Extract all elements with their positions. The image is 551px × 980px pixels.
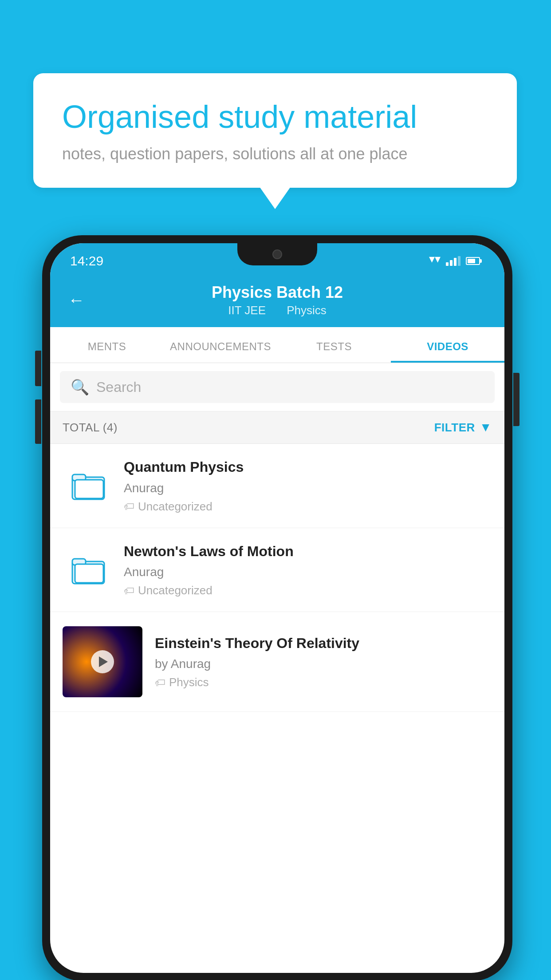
video-info: Newton's Laws of Motion Anurag 🏷 Uncateg… xyxy=(124,542,492,598)
folder-icon xyxy=(71,554,107,585)
header-title-group: Physics Batch 12 IIT JEE Physics xyxy=(212,283,343,317)
status-time: 14:29 xyxy=(70,253,103,269)
video-title: Newton's Laws of Motion xyxy=(124,542,492,561)
phone-mockup: 14:29 ▾▾ xyxy=(42,235,512,980)
video-thumbnail xyxy=(63,626,142,697)
app-header: ← Physics Batch 12 IIT JEE Physics xyxy=(50,275,504,327)
back-button[interactable]: ← xyxy=(68,291,85,310)
video-tag: 🏷 Uncategorized xyxy=(124,584,492,597)
video-info: Quantum Physics Anurag 🏷 Uncategorized xyxy=(124,458,492,514)
play-icon xyxy=(99,656,108,667)
volume-up-button xyxy=(35,351,41,386)
folder-icon xyxy=(71,470,107,501)
video-info: Einstein's Theory Of Relativity by Anura… xyxy=(155,634,492,690)
tag-icon: 🏷 xyxy=(124,585,134,597)
power-button xyxy=(513,373,520,426)
tab-tests[interactable]: TESTS xyxy=(277,327,391,363)
folder-icon-wrap xyxy=(63,470,111,501)
search-placeholder: Search xyxy=(96,379,141,395)
bubble-title: Organised study material xyxy=(62,98,488,136)
subtitle-physics: Physics xyxy=(287,304,327,317)
video-author: by Anurag xyxy=(155,657,492,671)
camera-icon xyxy=(272,249,282,259)
total-count: TOTAL (4) xyxy=(63,421,118,435)
video-author: Anurag xyxy=(124,481,492,495)
search-icon: 🔍 xyxy=(71,378,89,396)
filter-bar: TOTAL (4) FILTER ▼ xyxy=(50,411,504,444)
header-subtitle: IIT JEE Physics xyxy=(212,304,343,317)
video-tag: 🏷 Uncategorized xyxy=(124,500,492,514)
status-icons: ▾▾ xyxy=(429,256,480,266)
tag-icon: 🏷 xyxy=(155,676,165,689)
video-title: Quantum Physics xyxy=(124,458,492,477)
phone-outer: 14:29 ▾▾ xyxy=(42,235,512,980)
play-button[interactable] xyxy=(91,650,114,673)
list-item[interactable]: Newton's Laws of Motion Anurag 🏷 Uncateg… xyxy=(50,528,504,612)
svg-rect-2 xyxy=(75,480,103,498)
subtitle-iitjee: IIT JEE xyxy=(228,304,266,317)
video-tag: 🏷 Physics xyxy=(155,676,492,689)
tab-ments[interactable]: MENTS xyxy=(50,327,164,363)
tab-announcements[interactable]: ANNOUNCEMENTS xyxy=(164,327,277,363)
video-author: Anurag xyxy=(124,565,492,579)
speech-bubble: Organised study material notes, question… xyxy=(33,73,517,188)
svg-rect-5 xyxy=(75,564,103,583)
tag-icon: 🏷 xyxy=(124,500,134,513)
bubble-subtitle: notes, question papers, solutions all at… xyxy=(62,145,488,163)
page-title: Physics Batch 12 xyxy=(212,283,343,302)
folder-icon-wrap xyxy=(63,554,111,585)
battery-icon xyxy=(466,257,480,265)
phone-screen: 14:29 ▾▾ xyxy=(50,243,504,973)
list-item[interactable]: Einstein's Theory Of Relativity by Anura… xyxy=(50,612,504,712)
tab-videos[interactable]: VIDEOS xyxy=(391,327,504,363)
tabs-bar: MENTS ANNOUNCEMENTS TESTS VIDEOS xyxy=(50,327,504,363)
list-item[interactable]: Quantum Physics Anurag 🏷 Uncategorized xyxy=(50,444,504,528)
signal-icon xyxy=(446,256,460,266)
filter-button[interactable]: FILTER ▼ xyxy=(434,420,492,435)
volume-down-button xyxy=(35,399,41,444)
video-title: Einstein's Theory Of Relativity xyxy=(155,634,492,653)
search-bar: 🔍 Search xyxy=(50,363,504,411)
filter-icon: ▼ xyxy=(480,420,492,435)
wifi-icon: ▾▾ xyxy=(429,256,441,266)
video-list: Quantum Physics Anurag 🏷 Uncategorized xyxy=(50,444,504,712)
phone-notch xyxy=(237,243,317,265)
search-input-wrap[interactable]: 🔍 Search xyxy=(60,371,495,403)
